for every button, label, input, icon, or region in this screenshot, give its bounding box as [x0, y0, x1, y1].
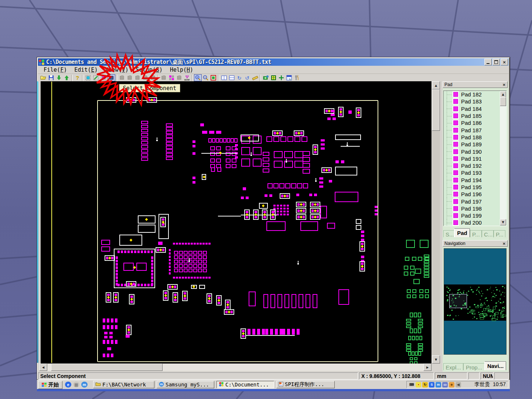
navigation-close-icon[interactable]: × — [502, 241, 506, 246]
pad-list-item[interactable]: Pad 186 — [444, 119, 507, 126]
toolbar-measure-button[interactable] — [251, 74, 259, 81]
taskbar-task-1[interactable]: F:\BAC\Network — [93, 381, 154, 388]
toolbar-wave-button[interactable] — [175, 74, 183, 81]
quick-launch-ie-icon[interactable]: e — [65, 382, 71, 388]
bottom-tab-2[interactable]: Prop... — [463, 363, 485, 370]
panel-tab-1[interactable]: S... — [443, 230, 454, 237]
navigation-viewport-rect[interactable] — [449, 294, 467, 308]
toolbar-align-button[interactable] — [160, 74, 168, 81]
toolbar-select-shape-button[interactable] — [100, 74, 108, 81]
toolbar-board-grid-button[interactable] — [270, 74, 277, 81]
tray-im-s-icon[interactable]: S — [429, 382, 434, 388]
pad-list-item[interactable]: Pad 189 — [444, 141, 507, 148]
menu-item-file[interactable]: File(F) — [40, 66, 70, 74]
panel-tab-4[interactable]: C... — [482, 230, 494, 237]
pad-panel-close-icon[interactable]: × — [502, 82, 506, 87]
menu-item-edit[interactable]: Edit(E) — [71, 66, 101, 74]
toolbar-tools-button[interactable] — [293, 74, 301, 81]
toolbar-help-button[interactable]: ? — [74, 74, 81, 81]
menu-item-setup[interactable]: Setup(S) — [133, 66, 166, 74]
restore-button[interactable] — [492, 59, 500, 65]
bottom-tab-3[interactable]: Navi... — [485, 362, 506, 370]
toolbar-color-map-button[interactable] — [168, 74, 175, 81]
pad-list[interactable]: Pad 182Pad 183Pad 184Pad 185Pad 186Pad 1… — [443, 91, 507, 226]
toolbar-split-vertical-button[interactable] — [220, 74, 228, 81]
quick-launch-doc-icon[interactable]: ▦ — [73, 382, 79, 388]
pad-list-item[interactable]: Pad 192 — [444, 162, 507, 169]
pad-list-item[interactable]: Pad 185 — [444, 112, 507, 119]
toolbar-pan-money-button[interactable] — [262, 74, 270, 81]
scroll-left-button[interactable]: ◀ — [39, 364, 47, 371]
horizontal-scroll-thumb[interactable] — [51, 364, 163, 371]
tray-sync-icon[interactable]: ↻ — [422, 382, 428, 388]
pad-list-item[interactable]: Pad 197 — [444, 198, 507, 205]
toolbar-zoom-in-button[interactable] — [194, 74, 202, 81]
bottom-tab-1[interactable]: Expl... — [443, 363, 463, 370]
navigation-preview[interactable] — [444, 248, 507, 355]
toolbar-select-component-button[interactable] — [108, 74, 115, 81]
menu-item-view[interactable]: View(V) — [102, 66, 132, 74]
title-bar[interactable]: C:\Documents and Settings\Administrator\… — [38, 58, 509, 66]
pcb-canvas[interactable] — [41, 81, 432, 364]
pad-list-item[interactable]: Pad 196 — [444, 191, 507, 198]
pad-list-item[interactable]: Pad 194 — [444, 177, 507, 184]
toolbar-split-horizontal-button[interactable] — [228, 74, 236, 81]
toolbar-window-view-button[interactable] — [285, 74, 293, 81]
canvas-horizontal-scrollbar[interactable]: ◀ ▶ — [39, 364, 432, 371]
tray-user-icon[interactable]: ☻ — [449, 382, 454, 388]
pad-list-scrollbar[interactable]: ▲ ▼ — [500, 91, 506, 225]
pad-list-item[interactable]: Pad 198 — [444, 205, 507, 212]
pad-list-item[interactable]: Pad 188 — [444, 134, 507, 141]
toolbar-move-button[interactable] — [126, 74, 134, 81]
toolbar-array-button[interactable] — [141, 74, 149, 81]
toolbar-rotate-button[interactable] — [134, 74, 141, 81]
pad-list-item[interactable]: Pad 184 — [444, 105, 507, 112]
taskbar-task-3[interactable]: C:\Document... — [216, 381, 274, 388]
scroll-right-button[interactable]: ▶ — [423, 364, 432, 371]
toolbar-origin-cross-button[interactable] — [277, 74, 285, 81]
toolbar-save-button[interactable] — [47, 74, 55, 81]
pad-list-item[interactable]: Pad 193 — [444, 169, 507, 176]
taskbar-task-4[interactable]: SPI程序制作... — [276, 381, 335, 388]
pad-list-item[interactable]: Pad 191 — [444, 155, 507, 162]
taskbar-task-2[interactable]: mSamsung myS... — [157, 381, 214, 388]
pad-list-item[interactable]: Pad 195 — [444, 184, 507, 191]
panel-tab-2[interactable]: Pad — [454, 229, 470, 237]
pad-list-item[interactable]: Pad 183 — [444, 98, 507, 105]
panel-tab-3[interactable]: P... — [470, 230, 482, 237]
pad-list-item[interactable]: Pad 200 — [444, 219, 507, 226]
scroll-up-button[interactable]: ▲ — [432, 81, 440, 89]
vertical-scroll-thumb[interactable] — [432, 89, 440, 131]
toolbar-draw-pencil-button[interactable] — [92, 74, 100, 81]
tray-browser-m-icon[interactable]: m — [436, 382, 441, 388]
toolbar-select-pad-button[interactable] — [84, 74, 92, 81]
canvas-vertical-scrollbar[interactable]: ▲ ▼ — [432, 81, 440, 364]
tray-keyboard-icon[interactable]: ⌨ — [409, 382, 415, 388]
minimize-button[interactable] — [484, 59, 492, 65]
tray-display-icon[interactable]: ▭ — [442, 382, 448, 388]
quick-launch-media-icon[interactable]: m — [81, 382, 88, 388]
pad-scroll-thumb[interactable] — [500, 97, 506, 106]
start-button[interactable]: 开始 — [38, 381, 62, 389]
menu-item-help[interactable]: Help(H) — [167, 66, 197, 74]
tray-note-icon[interactable]: ▪ — [416, 382, 421, 388]
toolbar-swap-button[interactable] — [149, 74, 157, 81]
toolbar-export-button[interactable] — [63, 74, 71, 81]
pad-list-item[interactable]: Pad 190 — [444, 148, 507, 155]
pad-panel-header[interactable]: Pad × — [443, 81, 508, 88]
scroll-down-button[interactable]: ▼ — [432, 355, 440, 364]
pad-list-item[interactable]: Pad 187 — [444, 126, 507, 133]
pad-scroll-up-button[interactable]: ▲ — [500, 91, 506, 98]
pad-scroll-down-button[interactable]: ▼ — [500, 219, 506, 225]
toolbar-zoom-out-button[interactable] — [202, 74, 209, 81]
toolbar-import-button[interactable] — [55, 74, 63, 81]
pad-list-item[interactable]: Pad 182 — [444, 91, 507, 98]
tray-volume-icon[interactable]: ◀ — [456, 382, 461, 388]
close-button[interactable]: × — [501, 59, 508, 65]
pad-list-item[interactable]: Pad 199 — [444, 212, 507, 219]
toolbar-bom-button[interactable]: BOM — [183, 74, 191, 81]
toolbar-redo-button[interactable]: ↻ — [236, 74, 243, 81]
panel-tab-5[interactable]: P... — [494, 230, 505, 237]
navigation-panel-header[interactable]: Navigation × — [443, 240, 508, 247]
toolbar-place-button[interactable] — [118, 74, 126, 81]
